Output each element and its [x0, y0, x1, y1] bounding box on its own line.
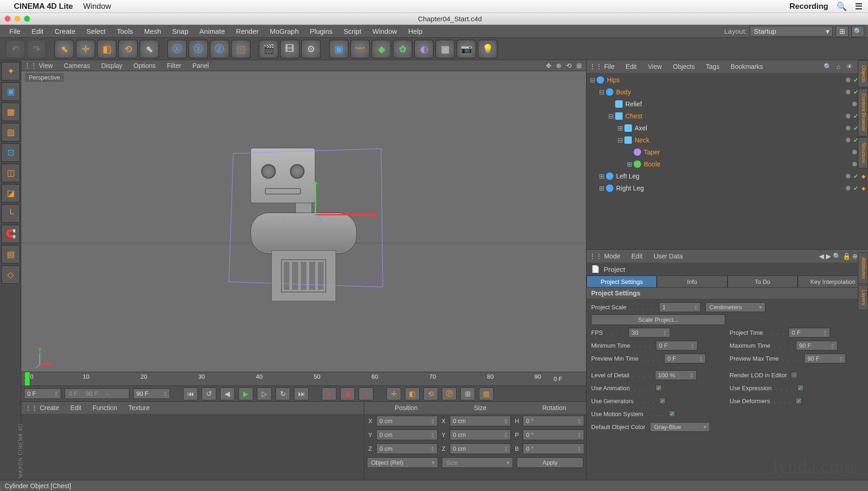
search-button[interactable]: 🔍: [851, 26, 864, 37]
axis-mode-button[interactable]: └: [1, 204, 20, 223]
menu-window[interactable]: Window: [367, 27, 403, 35]
tree-item-chest[interactable]: ⊟Chest✔◆: [587, 110, 868, 122]
record-button[interactable]: ●: [322, 387, 336, 400]
viewport-perspective[interactable]: Perspective Y: [21, 71, 586, 372]
view-menu-options[interactable]: Options: [129, 62, 160, 69]
mat-menu-create[interactable]: Create: [35, 404, 64, 411]
fps-field[interactable]: 30‡: [629, 328, 670, 338]
om-home-icon[interactable]: ⌂: [834, 63, 843, 70]
tree-item-left-leg[interactable]: ⊞Left Leg✔◆: [587, 170, 868, 182]
menu-help[interactable]: Help: [403, 27, 428, 35]
move-tool[interactable]: ✛: [76, 40, 95, 58]
visibility-dot[interactable]: [846, 174, 850, 178]
om-menu-view[interactable]: View: [643, 63, 666, 70]
om-handle-icon[interactable]: ⋮⋮: [589, 63, 598, 70]
menu-script[interactable]: Script: [338, 27, 367, 35]
render-settings-button[interactable]: ⚙: [301, 40, 321, 58]
point-mode-button[interactable]: ⊡: [1, 143, 20, 162]
side-tab-structure[interactable]: Structure: [858, 137, 868, 168]
visibility-dot[interactable]: [846, 90, 850, 94]
viewport-nav-move-icon[interactable]: ✥: [544, 62, 553, 69]
key-pla-button[interactable]: ⊞: [460, 387, 475, 400]
close-window-button[interactable]: [5, 16, 11, 22]
tree-item-right-leg[interactable]: ⊞Right Leg✔◆: [587, 182, 868, 194]
menu-tools[interactable]: Tools: [111, 27, 139, 35]
am-search-icon[interactable]: 🔍: [833, 252, 841, 260]
size-z-field[interactable]: 0 cm‡: [450, 443, 511, 454]
lod-field[interactable]: 100 %‡: [655, 370, 697, 380]
side-tab-attributes[interactable]: Attributes: [858, 252, 868, 284]
expand-icon[interactable]: ⊟: [589, 76, 596, 84]
use-motion-system-checkbox[interactable]: ✔: [669, 411, 675, 417]
expand-icon[interactable]: ⊞: [626, 160, 633, 168]
menu-snap[interactable]: Snap: [166, 27, 194, 35]
visibility-dot[interactable]: [846, 186, 850, 190]
coord-size-mode-select[interactable]: Size: [442, 457, 513, 468]
project-scale-unit-select[interactable]: Centimeters: [705, 302, 765, 312]
menu-mesh[interactable]: Mesh: [139, 27, 167, 35]
menu-plugins[interactable]: Plugins: [304, 27, 338, 35]
visibility-dot[interactable]: [846, 126, 850, 130]
tree-item-body[interactable]: ⊟Body✔◆: [587, 86, 868, 98]
tree-item-boole[interactable]: ⊞Boole✔: [587, 158, 868, 170]
am-nav-fwd-icon[interactable]: ▶: [826, 252, 831, 260]
add-spline-button[interactable]: 〰: [350, 40, 370, 58]
redo-button[interactable]: ↷: [27, 40, 46, 58]
spotlight-icon[interactable]: 🔍: [837, 1, 847, 12]
side-tab-objects[interactable]: Objects: [858, 60, 868, 87]
make-editable-button[interactable]: ✦: [1, 62, 20, 80]
tree-item-hips[interactable]: ⊟Hips✔◆: [587, 74, 868, 86]
menu-mograph[interactable]: MoGraph: [264, 27, 305, 35]
expand-icon[interactable]: ⊞: [599, 172, 605, 180]
mat-menu-function[interactable]: Function: [88, 404, 122, 411]
snap-button[interactable]: 🧲: [1, 225, 20, 243]
key-rotation-button[interactable]: ⟲: [423, 387, 438, 400]
expand-icon[interactable]: ⊟: [599, 88, 605, 96]
layout-extra-button[interactable]: ⊞: [836, 26, 849, 37]
am-handle-icon[interactable]: ⋮⋮: [589, 252, 598, 260]
menu-render[interactable]: Render: [231, 27, 264, 35]
y-axis-lock[interactable]: Ⓨ: [189, 40, 208, 58]
polygon-mode-button[interactable]: ◪: [1, 184, 20, 203]
prev-key-button[interactable]: ↺: [202, 387, 216, 400]
viewport-layout-icon[interactable]: ⊞: [575, 62, 583, 69]
view-menu-display[interactable]: Display: [97, 62, 127, 69]
view-menu-panel[interactable]: Panel: [188, 62, 214, 69]
material-handle-icon[interactable]: ⋮⋮: [25, 404, 33, 411]
mac-menu-window[interactable]: Window: [83, 2, 111, 11]
recent-tool[interactable]: ⬉: [140, 40, 159, 58]
x-axis-lock[interactable]: Ⓧ: [167, 40, 187, 58]
texture-mode-button[interactable]: ▦: [1, 103, 20, 121]
am-new-icon[interactable]: ⊕: [852, 252, 858, 260]
workplane-button[interactable]: ▤: [1, 245, 20, 264]
am-nav-back-icon[interactable]: ◀: [819, 252, 824, 260]
next-frame-button[interactable]: ▷: [257, 387, 272, 400]
minimize-window-button[interactable]: [14, 16, 20, 22]
workplane-mode-button[interactable]: ▧: [1, 123, 20, 141]
rotation-h-field[interactable]: 0 °‡: [523, 416, 584, 426]
tree-item-relief[interactable]: Relief✔: [587, 98, 868, 110]
view-menu-cameras[interactable]: Cameras: [59, 62, 95, 69]
menu-select[interactable]: Select: [81, 27, 111, 35]
am-lock-icon[interactable]: 🔒: [843, 252, 850, 260]
current-frame-field[interactable]: 0 F‡: [24, 388, 61, 399]
viewport-handle-icon[interactable]: ⋮⋮: [24, 62, 32, 69]
timeline-ruler[interactable]: 0 10 20 30 40 50 60 70 80 90 0 F: [21, 372, 586, 386]
visibility-dot[interactable]: [846, 78, 850, 82]
project-scale-field[interactable]: 1‡: [659, 302, 701, 312]
om-view-icon[interactable]: 👁: [845, 63, 854, 70]
menu-create[interactable]: Create: [49, 27, 81, 35]
size-x-field[interactable]: 0 cm‡: [450, 416, 511, 426]
menu-animate[interactable]: Animate: [194, 27, 231, 35]
visibility-dot[interactable]: [846, 138, 850, 142]
viewport-nav-zoom-icon[interactable]: ⊕: [555, 62, 563, 69]
minimum-time-field[interactable]: 0 F‡: [656, 341, 697, 350]
om-menu-file[interactable]: File: [599, 63, 619, 70]
key-scale-button[interactable]: ◧: [405, 387, 420, 400]
add-array-button[interactable]: ✿: [393, 40, 412, 58]
goto-start-button[interactable]: ⏮: [183, 387, 198, 400]
use-expression-checkbox[interactable]: ✔: [797, 385, 804, 391]
om-menu-edit[interactable]: Edit: [621, 63, 642, 70]
coord-system-button[interactable]: ⬚: [231, 40, 251, 58]
expand-icon[interactable]: ⊟: [608, 112, 614, 120]
